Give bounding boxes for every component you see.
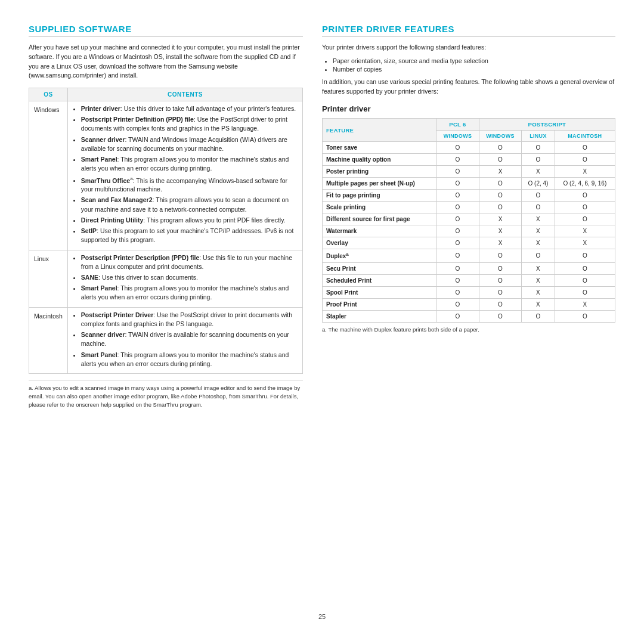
ps-windows-cell: X xyxy=(479,213,522,225)
table-row: WindowsPrinter driver: Use this driver t… xyxy=(29,101,303,250)
ps-mac-cell: O xyxy=(555,262,615,274)
ps-windows-cell: X xyxy=(479,237,522,249)
table-row: Multiple pages per sheet (N-up)OOO (2, 4… xyxy=(323,178,615,190)
ps-linux-cell: X xyxy=(522,286,555,298)
feature-cell: Spool Print xyxy=(323,286,436,298)
content-cell: Postscript Printer Driver: Use the PostS… xyxy=(67,307,302,373)
page: SUPPLIED SOFTWARE After you have set up … xyxy=(0,0,644,644)
driver-table: FEATURE PCL 6 POSTSCRIPT WINDOWS WINDOWS… xyxy=(322,118,615,322)
pcl-windows-cell: O xyxy=(436,202,479,213)
pcl-windows-cell: O xyxy=(436,190,479,202)
table-row: WatermarkOXXX xyxy=(323,225,615,237)
table-row: Secu PrintOOXO xyxy=(323,262,615,274)
list-item: SANE: Use this driver to scan documents. xyxy=(81,273,298,282)
table-row: StaplerOOOO xyxy=(323,310,615,322)
ps-mac-cell: O xyxy=(555,154,615,166)
os-col-header: OS xyxy=(29,88,68,101)
list-item: Paper orientation, size, source and medi… xyxy=(333,57,615,64)
ps-windows-cell: O xyxy=(479,154,522,166)
table-row: Different source for first pageOXXO xyxy=(323,213,615,225)
ps-windows-header: WINDOWS xyxy=(479,131,522,142)
list-item: Printer driver: Use this driver to take … xyxy=(81,104,298,113)
table-row: LinuxPostscript Printer Description (PPD… xyxy=(29,250,303,307)
table-row: Proof PrintOOXX xyxy=(323,298,615,310)
table-row: Toner saveOOOO xyxy=(323,142,615,154)
os-cell: Macintosh xyxy=(29,307,68,373)
list-item: Smart Panel: This program allows you to … xyxy=(81,351,298,369)
list-item: Direct Printing Utility: This program al… xyxy=(81,216,298,225)
list-item: Scanner driver: TWAIN driver is availabl… xyxy=(81,330,298,348)
pcl-windows-cell: O xyxy=(436,178,479,190)
pcl-windows-cell: O xyxy=(436,310,479,322)
ps-mac-cell: O xyxy=(555,274,615,286)
feature-cell: Watermark xyxy=(323,225,436,237)
feature-cell: Fit to page printing xyxy=(323,190,436,202)
ps-linux-cell: O xyxy=(522,202,555,213)
ps-linux-cell: O xyxy=(522,190,555,202)
ps-mac-cell: X xyxy=(555,166,615,178)
table-row: Poster printingOXXX xyxy=(323,166,615,178)
ps-linux-cell: O (2, 4) xyxy=(522,178,555,190)
right-column: PRINTER DRIVER FEATURES Your printer dri… xyxy=(322,24,615,607)
ps-linux-cell: X xyxy=(522,213,555,225)
ps-windows-cell: O xyxy=(479,142,522,154)
ps-linux-cell: X xyxy=(522,166,555,178)
ps-linux-cell: O xyxy=(522,249,555,262)
printer-driver-features-title: PRINTER DRIVER FEATURES xyxy=(322,24,615,37)
ps-linux-cell: X xyxy=(522,274,555,286)
list-item: Postscript Printer Definition (PPD) file… xyxy=(81,115,298,133)
ps-windows-cell: O xyxy=(479,298,522,310)
postscript-col-header: POSTSCRIPT xyxy=(479,119,615,131)
ps-mac-cell: X xyxy=(555,237,615,249)
left-column: SUPPLIED SOFTWARE After you have set up … xyxy=(29,24,303,607)
table-row: DuplexaOOOO xyxy=(323,249,615,262)
feature-cell: Machine quality option xyxy=(323,154,436,166)
pcl-windows-cell: O xyxy=(436,262,479,274)
list-item: Scanner driver: TWAIN and Windows Image … xyxy=(81,135,298,153)
feature-cell: Overlay xyxy=(323,237,436,249)
ps-linux-cell: O xyxy=(522,310,555,322)
left-footnote: a. Allows you to edit a scanned image in… xyxy=(29,380,303,408)
os-cell: Windows xyxy=(29,101,68,250)
pcl-windows-cell: O xyxy=(436,237,479,249)
list-item: SetIP: Use this program to set your mach… xyxy=(81,227,298,244)
features-extra: In addition, you can use various special… xyxy=(322,78,615,97)
ps-windows-cell: O xyxy=(479,178,522,190)
list-item: Postscript Printer Description (PPD) fil… xyxy=(81,253,298,271)
feature-cell: Toner save xyxy=(323,142,436,154)
list-item: SmarThru Officea: This is the accompanyi… xyxy=(81,175,298,194)
ps-mac-cell: O xyxy=(555,286,615,298)
ps-mac-cell: O (2, 4, 6, 9, 16) xyxy=(555,178,615,190)
ps-windows-cell: O xyxy=(479,249,522,262)
table-row: Spool PrintOOXO xyxy=(323,286,615,298)
content-cell: Postscript Printer Description (PPD) fil… xyxy=(67,250,302,307)
list-item: Smart Panel: This program allows you to … xyxy=(81,155,298,173)
list-item: Number of copies xyxy=(333,66,615,73)
ps-mac-cell: O xyxy=(555,202,615,213)
ps-windows-cell: O xyxy=(479,274,522,286)
pcl-windows-cell: O xyxy=(436,274,479,286)
ps-mac-cell: O xyxy=(555,310,615,322)
list-item: Scan and Fax Manager2: This program allo… xyxy=(81,196,298,213)
table-row: Scale printingOOOO xyxy=(323,202,615,213)
pcl-windows-cell: O xyxy=(436,298,479,310)
pcl-windows-header: WINDOWS xyxy=(436,131,479,142)
ps-windows-cell: X xyxy=(479,225,522,237)
ps-mac-cell: X xyxy=(555,225,615,237)
feature-cell: Secu Print xyxy=(323,262,436,274)
printer-driver-subtitle: Printer driver xyxy=(322,104,615,113)
pcl6-col-header: PCL 6 xyxy=(436,119,479,131)
ps-windows-cell: O xyxy=(479,262,522,274)
table-row: Fit to page printingOOOO xyxy=(323,190,615,202)
ps-mac-cell: X xyxy=(555,298,615,310)
table-row: Scheduled PrintOOXO xyxy=(323,274,615,286)
ps-linux-cell: X xyxy=(522,262,555,274)
feature-cell: Duplexa xyxy=(323,249,436,262)
page-number: 25 xyxy=(29,613,615,620)
ps-linux-cell: O xyxy=(522,154,555,166)
feature-cell: Poster printing xyxy=(323,166,436,178)
table-row: Machine quality optionOOOO xyxy=(323,154,615,166)
pcl-windows-cell: O xyxy=(436,166,479,178)
pcl-windows-cell: O xyxy=(436,249,479,262)
ps-linux-cell: X xyxy=(522,237,555,249)
